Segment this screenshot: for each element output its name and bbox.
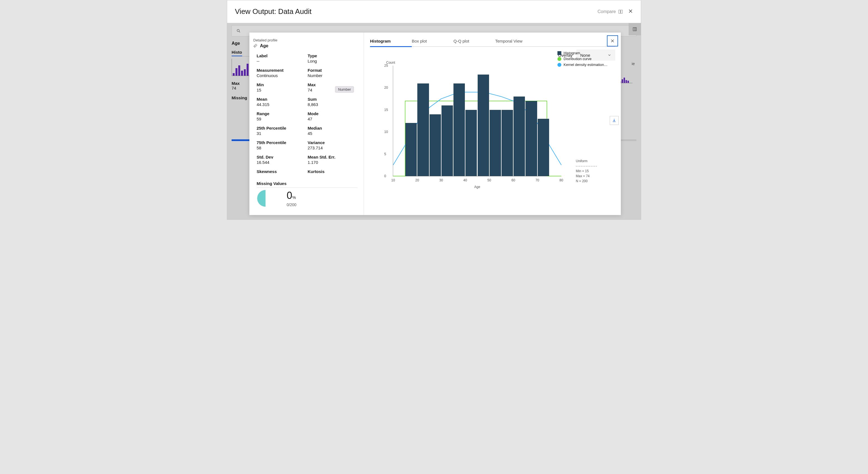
page-header: View Output: Data Audit Compare <box>227 0 641 23</box>
y-tick: 5 <box>384 152 386 156</box>
tab-histogram[interactable]: Histogram <box>370 36 412 47</box>
close-icon <box>628 9 633 13</box>
missing-donut-icon <box>257 189 274 207</box>
x-tick: 60 <box>511 178 515 182</box>
tab-histogram-bg[interactable]: Histo <box>231 49 242 56</box>
columns-icon-button[interactable] <box>629 23 641 35</box>
stat-range: Range59 <box>257 111 307 121</box>
annot-min: Min = 15 <box>576 169 597 174</box>
stat-mse: Mean Std. Err.1.170 <box>308 155 358 165</box>
legend-swatch-histogram <box>557 51 561 55</box>
histogram-bar <box>441 106 453 176</box>
histogram-bar <box>430 114 441 176</box>
stat-std: Std. Dev16.544 <box>257 155 307 165</box>
close-page-button[interactable] <box>628 9 633 15</box>
histogram-bar <box>478 75 489 176</box>
stat-median: Median45 <box>308 126 358 136</box>
stat-label: Label-- <box>257 53 307 63</box>
legend-kde: Kernel density estimation… <box>557 63 608 67</box>
histogram-bar <box>502 110 513 176</box>
x-tick: 30 <box>439 178 443 182</box>
annot-divider: ------------- <box>576 164 597 169</box>
x-tick: 40 <box>463 178 467 182</box>
chart-legend: Histogram Distribution curve Kernel dens… <box>557 51 608 67</box>
mini-histogram-right <box>620 77 632 83</box>
page-header-actions: Compare <box>597 9 633 15</box>
compare-button[interactable]: Compare <box>597 9 623 14</box>
histogram-bar <box>417 84 429 176</box>
columns-icon <box>632 27 637 32</box>
download-icon <box>612 118 616 123</box>
stat-mode: Mode47 <box>308 111 358 121</box>
histogram-plot: Age 05101520251020304050607080 <box>393 66 561 176</box>
crumb-detailed-profile: Detailed profile <box>253 38 361 42</box>
legend-distribution: Distribution curve <box>557 57 608 61</box>
x-tick: 70 <box>535 178 539 182</box>
plot-tabs: Histogram Box plot Q-Q plot Temporal Vie… <box>370 36 615 47</box>
field-name: Age <box>260 43 268 49</box>
histogram-bar <box>465 110 477 176</box>
histogram-bar <box>405 123 417 176</box>
y-tick: 10 <box>384 130 388 134</box>
legend-histogram: Histogram <box>557 51 608 55</box>
stat-p75: 75th Percentile58 <box>257 140 307 150</box>
ruler-icon <box>253 44 258 48</box>
stat-measurement: MeasurementContinuous <box>257 68 307 78</box>
stat-skew: Skewness <box>257 169 307 174</box>
chevron-down-icon <box>608 53 611 57</box>
stat-variance: Variance273.714 <box>308 140 358 150</box>
stat-type: TypeLong <box>308 53 358 63</box>
stat-kurt: Kurtosis <box>308 169 358 174</box>
missing-percent-value: 0 <box>287 190 292 201</box>
y-tick: 0 <box>384 174 386 178</box>
missing-percent: 0 % <box>287 190 297 201</box>
histogram-bar <box>538 119 549 176</box>
y-tick: 20 <box>384 86 388 90</box>
download-chart-button[interactable] <box>610 116 619 125</box>
chart-area: Count Age 05101520251020304050607080 Uni… <box>374 62 563 190</box>
page-title: View Output: Data Audit <box>235 7 312 16</box>
y-tick: 25 <box>384 64 388 68</box>
detailed-profile-modal: Detailed profile Age Label-- TypeLong Me… <box>249 33 621 215</box>
annot-title: Uniform <box>576 158 597 164</box>
x-tick: 50 <box>487 178 491 182</box>
stat-format: FormatNumber <box>308 68 358 78</box>
missing-values-row: 0 % 0/200 <box>253 189 361 207</box>
tab-qqplot[interactable]: Q-Q plot <box>454 36 495 47</box>
missing-values-header: Missing Values <box>257 181 358 188</box>
missing-fraction: 0/200 <box>287 203 297 207</box>
stat-min: Min15 <box>257 82 307 92</box>
histogram-bar <box>490 110 501 176</box>
x-tick: 10 <box>391 178 395 182</box>
missing-percent-suffix: % <box>292 195 296 200</box>
field-header: Age <box>253 43 361 49</box>
y-tick: 15 <box>384 108 388 112</box>
svg-point-5 <box>257 190 274 207</box>
histogram-bar <box>525 101 537 176</box>
compare-icon <box>618 9 623 14</box>
search-icon <box>236 29 241 33</box>
tab-temporal[interactable]: Temporal View <box>495 36 537 47</box>
svg-rect-3 <box>633 28 637 31</box>
tooltip-format: Number <box>335 86 354 93</box>
histogram-bar <box>454 84 465 176</box>
page-container: View Output: Data Audit Compare Age Hist… <box>227 0 641 220</box>
histogram-bar <box>514 96 525 176</box>
svg-point-2 <box>237 29 239 32</box>
backdrop-right-tab: ie <box>632 61 635 66</box>
stat-sum: Sum8,863 <box>308 97 358 107</box>
stat-mean: Mean44.315 <box>257 97 307 107</box>
profile-stats-panel: Detailed profile Age Label-- TypeLong Me… <box>249 33 364 215</box>
legend-swatch-distribution <box>557 57 561 61</box>
stats-grid: Label-- TypeLong MeasurementContinuous F… <box>253 53 361 174</box>
distribution-annotation: Uniform ------------- Min = 15 Max = 74 … <box>576 158 597 184</box>
compare-label: Compare <box>597 9 616 14</box>
tab-boxplot[interactable]: Box plot <box>412 36 454 47</box>
x-axis-title: Age <box>474 185 480 189</box>
missing-percent-block: 0 % 0/200 <box>287 190 297 207</box>
stat-p25: 25th Percentile31 <box>257 126 307 136</box>
annot-max: Max = 74 <box>576 174 597 179</box>
x-tick: 80 <box>559 178 563 182</box>
annot-n: N = 200 <box>576 179 597 184</box>
x-tick: 20 <box>415 178 419 182</box>
